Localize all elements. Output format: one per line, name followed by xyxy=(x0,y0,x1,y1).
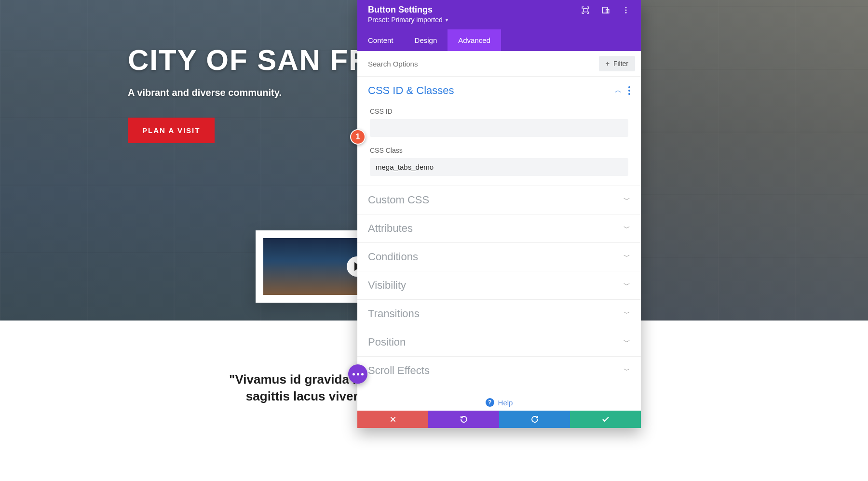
undo-button[interactable] xyxy=(428,411,499,428)
chevron-down-icon: ﹀ xyxy=(624,338,630,347)
section-attributes: Attributes ﹀ xyxy=(357,214,641,243)
section-content-css-id-classes: CSS ID CSS Class xyxy=(357,107,641,186)
cancel-button[interactable] xyxy=(357,411,428,428)
help-row[interactable]: ? Help xyxy=(357,385,641,411)
section-title-scroll-effects: Scroll Effects xyxy=(368,364,430,377)
responsive-icon[interactable] xyxy=(601,6,610,14)
plan-a-visit-button[interactable]: PLAN A VISIT xyxy=(128,118,215,143)
floating-more-button[interactable] xyxy=(348,364,367,384)
section-head-custom-css[interactable]: Custom CSS ﹀ xyxy=(357,186,641,214)
section-head-position[interactable]: Position ﹀ xyxy=(357,328,641,356)
chevron-down-icon: ﹀ xyxy=(624,281,630,290)
hero-right-slice xyxy=(641,0,868,321)
panel-tabs: Content Design Advanced xyxy=(357,29,641,51)
section-title-position: Position xyxy=(368,336,406,348)
panel-header: Button Settings Preset: Primary imported… xyxy=(357,0,641,51)
filter-label: Filter xyxy=(613,60,628,67)
svg-rect-0 xyxy=(583,8,587,12)
plus-icon: + xyxy=(606,60,610,67)
chevron-down-icon: ▾ xyxy=(446,17,448,23)
preset-selector[interactable]: Preset: Primary imported ▾ xyxy=(357,16,641,29)
chevron-down-icon: ﹀ xyxy=(624,196,630,204)
tab-content[interactable]: Content xyxy=(357,29,404,51)
expand-icon[interactable] xyxy=(581,6,590,14)
undo-icon xyxy=(460,415,468,424)
section-more-icon[interactable] xyxy=(628,86,630,95)
css-id-input[interactable] xyxy=(370,119,628,137)
redo-icon xyxy=(530,415,539,424)
chevron-down-icon: ﹀ xyxy=(624,253,630,261)
redo-button[interactable] xyxy=(499,411,570,428)
section-custom-css: Custom CSS ﹀ xyxy=(357,186,641,214)
section-title-transitions: Transitions xyxy=(368,307,420,320)
section-head-css-id-classes[interactable]: CSS ID & Classes ︿ xyxy=(357,77,641,105)
check-icon xyxy=(601,415,610,424)
section-head-visibility[interactable]: Visibility ﹀ xyxy=(357,271,641,299)
chevron-down-icon: ﹀ xyxy=(624,366,630,375)
panel-body: CSS ID & Classes ︿ CSS ID CSS Class Cust… xyxy=(357,77,641,411)
css-class-label: CSS Class xyxy=(370,147,628,154)
filter-button[interactable]: + Filter xyxy=(599,56,635,71)
section-title-attributes: Attributes xyxy=(368,222,413,235)
chevron-down-icon: ﹀ xyxy=(624,309,630,318)
section-position: Position ﹀ xyxy=(357,328,641,357)
svg-rect-1 xyxy=(602,7,608,13)
tab-design[interactable]: Design xyxy=(404,29,448,51)
section-title-custom-css: Custom CSS xyxy=(368,194,429,206)
section-title-css-id-classes: CSS ID & Classes xyxy=(368,84,454,97)
section-css-id-classes: CSS ID & Classes ︿ CSS ID CSS Class xyxy=(357,77,641,186)
svg-point-4 xyxy=(625,9,627,11)
help-icon: ? xyxy=(486,398,494,407)
tab-advanced[interactable]: Advanced xyxy=(448,29,501,51)
panel-footer xyxy=(357,411,641,428)
svg-point-3 xyxy=(625,7,627,8)
search-input[interactable] xyxy=(368,60,599,68)
section-conditions: Conditions ﹀ xyxy=(357,243,641,271)
button-settings-panel: Button Settings Preset: Primary imported… xyxy=(357,0,641,428)
section-head-scroll-effects[interactable]: Scroll Effects ﹀ xyxy=(357,357,641,385)
css-class-input[interactable] xyxy=(370,158,628,176)
section-title-conditions: Conditions xyxy=(368,251,418,263)
section-head-transitions[interactable]: Transitions ﹀ xyxy=(357,300,641,328)
chevron-down-icon: ﹀ xyxy=(624,224,630,233)
close-icon xyxy=(389,415,397,423)
preset-label: Preset: Primary imported xyxy=(368,16,443,24)
section-head-conditions[interactable]: Conditions ﹀ xyxy=(357,243,641,271)
save-button[interactable] xyxy=(570,411,641,428)
section-scroll-effects: Scroll Effects ﹀ xyxy=(357,357,641,385)
section-head-attributes[interactable]: Attributes ﹀ xyxy=(357,214,641,242)
search-row: + Filter xyxy=(357,51,641,77)
svg-point-5 xyxy=(625,12,627,13)
section-transitions: Transitions ﹀ xyxy=(357,300,641,328)
css-id-label: CSS ID xyxy=(370,107,628,115)
annotation-badge-1: 1 xyxy=(350,129,366,145)
help-label: Help xyxy=(498,399,513,407)
chevron-up-icon: ︿ xyxy=(615,86,622,95)
section-visibility: Visibility ﹀ xyxy=(357,271,641,300)
panel-title: Button Settings xyxy=(368,5,433,15)
section-title-visibility: Visibility xyxy=(368,279,406,292)
more-icon[interactable] xyxy=(622,6,630,14)
panel-header-actions xyxy=(581,6,630,14)
